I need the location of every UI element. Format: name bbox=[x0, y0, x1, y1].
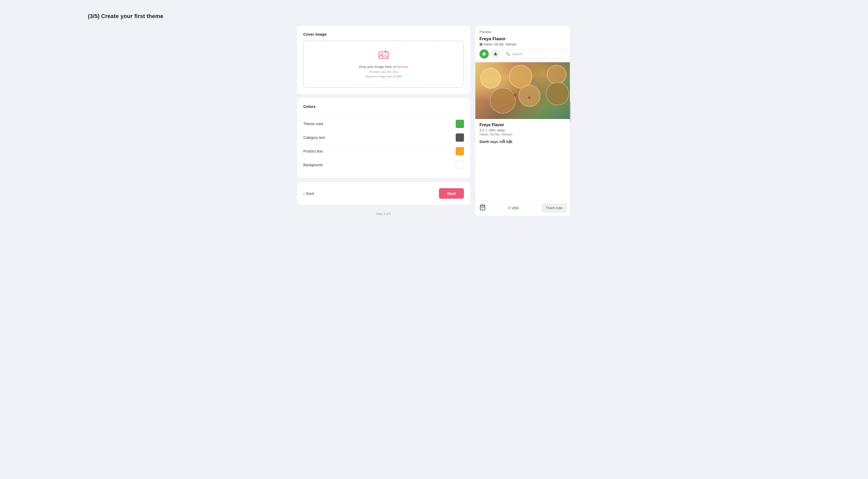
cover-image-card: Cover image Drop your image here, or bro… bbox=[297, 26, 470, 94]
checkout-button[interactable]: Thanh toán bbox=[541, 203, 567, 213]
page-title: (3/5) Create your first theme bbox=[88, 13, 868, 20]
preview-location: HaNoi, Hà Nội, Vietnam bbox=[479, 43, 567, 46]
price-tag: 0 VND bbox=[508, 206, 519, 210]
preview-label: Preview bbox=[479, 30, 567, 34]
scroll-track[interactable] bbox=[570, 26, 571, 216]
star-icon: ★ bbox=[485, 128, 488, 132]
preview-restaurant-name: Freya Flavor bbox=[479, 123, 567, 127]
back-label: Back bbox=[306, 192, 314, 196]
upload-accepts: Accepts .jpg, and .png bbox=[309, 70, 458, 73]
theme-color-label: Theme color bbox=[303, 122, 323, 126]
upload-zone[interactable]: Drop your image here, or browse Accepts … bbox=[303, 40, 464, 88]
left-panel: Cover image Drop your image here, or bro… bbox=[297, 26, 470, 216]
preview-category-title: Danh mục nổi bật bbox=[479, 139, 567, 144]
nav-card: ‹ Back Next bbox=[297, 182, 470, 205]
preview-search-bar: 🔍 Search bbox=[479, 49, 567, 59]
dish-5 bbox=[519, 85, 540, 107]
search-icon: 🔍 bbox=[505, 52, 510, 56]
rating-score: 4.3 bbox=[479, 129, 484, 132]
location-dot-icon bbox=[479, 43, 483, 46]
cart-icon[interactable] bbox=[479, 204, 486, 212]
scroll-thumb[interactable] bbox=[570, 102, 571, 122]
preview-header: Preview Freya Flavor HaNoi, Hà Nội, Viet… bbox=[475, 26, 571, 59]
back-button[interactable]: ‹ Back bbox=[303, 191, 314, 196]
category-text-label: Category text bbox=[303, 136, 325, 140]
theme-color-swatch[interactable] bbox=[456, 120, 464, 128]
browse-link[interactable]: browse bbox=[397, 65, 408, 69]
preview-restaurant-location: HaNoi, Hà Nội, Vietnam bbox=[479, 133, 567, 136]
blueberry-1 bbox=[533, 79, 535, 81]
preview-rating: 4.3 ★ 200+ rating bbox=[479, 128, 567, 132]
dish-1 bbox=[480, 68, 501, 89]
upload-max-size: Maximum image size of 5MB bbox=[309, 75, 458, 78]
preview-location-text: HaNoi, Hà Nội, Vietnam bbox=[484, 43, 517, 46]
colors-title: Colors bbox=[303, 104, 464, 109]
berry-1 bbox=[514, 94, 517, 97]
preview-food-image bbox=[475, 62, 571, 119]
color-row-theme: Theme color bbox=[303, 117, 464, 131]
next-button[interactable]: Next bbox=[439, 188, 464, 199]
dish-6 bbox=[546, 82, 569, 105]
upload-text: Drop your image here, or browse bbox=[309, 65, 458, 69]
cover-image-title: Cover image bbox=[303, 32, 464, 36]
background-label: Background bbox=[303, 163, 323, 167]
dish-4 bbox=[490, 88, 516, 113]
category-color-swatch[interactable] bbox=[456, 133, 464, 142]
product-color-swatch[interactable] bbox=[456, 147, 464, 156]
dish-3 bbox=[547, 65, 566, 84]
step-indicator: Step 3 of 5 bbox=[297, 212, 470, 216]
search-placeholder: Search bbox=[512, 52, 523, 56]
color-row-product: Product text bbox=[303, 144, 464, 158]
home-icon-button[interactable] bbox=[479, 49, 489, 59]
preview-panel: Preview Freya Flavor HaNoi, Hà Nội, Viet… bbox=[475, 26, 571, 216]
background-color-swatch[interactable] bbox=[456, 161, 464, 169]
rating-count: 200+ rating bbox=[489, 129, 504, 132]
main-container: Cover image Drop your image here, or bro… bbox=[292, 26, 576, 216]
colors-card: Colors Theme color Category text Product… bbox=[297, 98, 470, 178]
svg-rect-0 bbox=[379, 52, 388, 59]
chevron-left-icon: ‹ bbox=[303, 191, 305, 196]
color-row-category: Category text bbox=[303, 131, 464, 144]
preview-shop-name: Freya Flavor bbox=[479, 36, 567, 41]
preview-search-input[interactable]: 🔍 Search bbox=[502, 49, 567, 58]
preview-info: Freya Flavor 4.3 ★ 200+ rating HaNoi, Hà… bbox=[475, 119, 571, 150]
berry-2 bbox=[528, 96, 531, 99]
product-text-label: Product text bbox=[303, 149, 323, 153]
upload-image-icon bbox=[309, 50, 458, 62]
profile-icon-button[interactable] bbox=[491, 49, 500, 59]
color-row-background: Background bbox=[303, 158, 464, 172]
preview-bottom-bar: 0 VND Thanh toán bbox=[475, 200, 571, 216]
